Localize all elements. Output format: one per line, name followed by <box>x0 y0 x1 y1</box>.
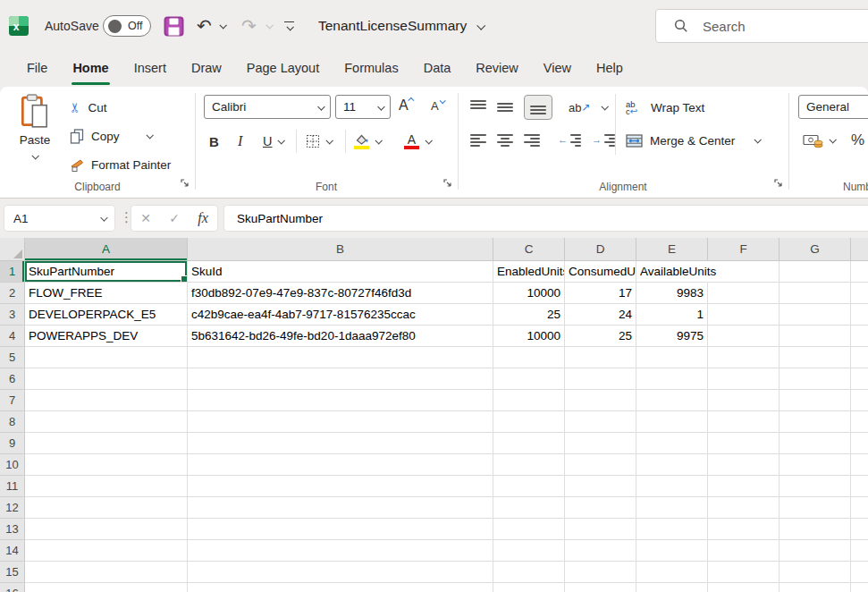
cell-B13[interactable] <box>188 519 493 540</box>
cell-F1[interactable] <box>708 261 780 283</box>
cell-H6[interactable] <box>851 368 868 390</box>
top-align-button[interactable] <box>470 100 486 114</box>
cell-H1[interactable] <box>851 261 868 283</box>
cell-H5[interactable] <box>851 347 868 368</box>
cell-D15[interactable] <box>565 562 636 583</box>
tab-help[interactable]: Help <box>584 52 636 87</box>
underline-chevron[interactable] <box>278 137 285 144</box>
cell-B11[interactable] <box>188 476 493 497</box>
cell-D13[interactable] <box>565 519 636 540</box>
cell-F7[interactable] <box>708 390 780 411</box>
cell-D12[interactable] <box>565 497 636 519</box>
cell-D4[interactable]: 25 <box>565 326 636 347</box>
middle-align-button[interactable] <box>497 100 513 114</box>
cell-H8[interactable] <box>851 411 868 433</box>
cell-E9[interactable] <box>636 433 708 454</box>
decrease-indent-button[interactable]: ← <box>558 133 581 148</box>
cell-H13[interactable] <box>851 519 868 540</box>
cell-D16[interactable] <box>565 583 636 592</box>
document-title-control[interactable]: TenantLicenseSummary <box>318 0 484 52</box>
cell-C14[interactable] <box>493 540 565 562</box>
cell-D9[interactable] <box>565 433 636 454</box>
cell-C10[interactable] <box>493 454 565 476</box>
borders-button[interactable] <box>306 130 332 153</box>
cell-H3[interactable] <box>851 304 868 326</box>
copy-button[interactable]: Copy <box>70 123 152 148</box>
cell-D6[interactable] <box>565 368 636 390</box>
cell-E12[interactable] <box>636 497 708 519</box>
cell-A16[interactable] <box>25 583 188 592</box>
cell-F9[interactable] <box>708 433 780 454</box>
cell-D3[interactable]: 24 <box>565 304 636 326</box>
cell-C2[interactable]: 10000 <box>493 283 565 304</box>
bottom-align-button-selected[interactable] <box>524 95 552 120</box>
paste-button[interactable]: Paste <box>7 92 63 185</box>
cell-G8[interactable] <box>780 411 851 433</box>
cell-B3[interactable]: c42b9cae-ea4f-4ab7-9717-81576235ccac <box>188 304 493 326</box>
cell-G6[interactable] <box>780 368 851 390</box>
column-header-E[interactable]: E <box>636 238 708 261</box>
cell-A7[interactable] <box>25 390 188 411</box>
cell-G15[interactable] <box>780 562 851 583</box>
row-header-15[interactable]: 15 <box>0 562 25 583</box>
cell-G16[interactable] <box>780 583 851 592</box>
row-header-4[interactable]: 4 <box>0 326 25 347</box>
cell-D2[interactable]: 17 <box>565 283 636 304</box>
cell-G11[interactable] <box>780 476 851 497</box>
merge-center-chevron[interactable] <box>754 136 762 143</box>
number-format-combo[interactable]: General <box>798 95 868 119</box>
fill-color-chevron[interactable] <box>375 137 382 144</box>
select-all-button[interactable] <box>0 238 25 261</box>
cell-A11[interactable] <box>25 476 188 497</box>
cell-E4[interactable]: 9975 <box>636 326 708 347</box>
column-header-A[interactable]: A <box>25 238 188 261</box>
orientation-chevron[interactable] <box>601 103 608 110</box>
font-color-chevron[interactable] <box>425 137 432 144</box>
cell-F8[interactable] <box>708 411 780 433</box>
save-button[interactable] <box>164 13 184 39</box>
tab-formulas[interactable]: Formulas <box>332 52 410 87</box>
cell-G3[interactable] <box>780 304 851 326</box>
cell-D5[interactable] <box>565 347 636 368</box>
cell-E3[interactable]: 1 <box>636 304 708 326</box>
row-header-13[interactable]: 13 <box>0 519 25 540</box>
cell-F10[interactable] <box>708 454 780 476</box>
cell-B6[interactable] <box>188 368 493 390</box>
cell-F14[interactable] <box>708 540 780 562</box>
cell-A2[interactable]: FLOW_FREE <box>25 283 188 304</box>
tab-home[interactable]: Home <box>60 52 121 87</box>
decrease-font-size-button[interactable]: A <box>431 97 444 113</box>
enter-icon[interactable]: ✓ <box>169 211 180 225</box>
cell-G9[interactable] <box>780 433 851 454</box>
tab-draw[interactable]: Draw <box>179 52 234 87</box>
cell-B4[interactable]: 5b631642-bd26-49fe-bd20-1daaa972ef80 <box>188 326 493 347</box>
cell-B10[interactable] <box>188 454 493 476</box>
orientation-button[interactable]: ab ↗ <box>569 101 591 114</box>
cell-A12[interactable] <box>25 497 188 519</box>
accounting-format-chevron[interactable] <box>829 136 836 143</box>
tab-view[interactable]: View <box>531 52 584 87</box>
cell-F15[interactable] <box>708 562 780 583</box>
font-size-combo[interactable]: 11 <box>335 95 391 119</box>
cell-B16[interactable] <box>188 583 493 592</box>
cell-B12[interactable] <box>188 497 493 519</box>
cell-G13[interactable] <box>780 519 851 540</box>
cell-F3[interactable] <box>708 304 780 326</box>
cell-B1[interactable]: SkuId <box>188 261 493 283</box>
merge-center-button[interactable]: Merge & Center <box>626 128 760 153</box>
align-left-button[interactable] <box>470 133 486 148</box>
cell-C15[interactable] <box>493 562 565 583</box>
italic-button[interactable]: I <box>238 130 242 153</box>
cell-C13[interactable] <box>493 519 565 540</box>
cell-H2[interactable] <box>851 283 868 304</box>
cell-G12[interactable] <box>780 497 851 519</box>
cell-F12[interactable] <box>708 497 780 519</box>
row-header-6[interactable]: 6 <box>0 368 25 390</box>
cell-A15[interactable] <box>25 562 188 583</box>
alignment-dialog-launcher[interactable] <box>773 175 783 191</box>
row-header-5[interactable]: 5 <box>0 347 25 368</box>
cell-E1[interactable]: AvailableUnits <box>636 261 708 283</box>
cell-G7[interactable] <box>780 390 851 411</box>
underline-button[interactable]: U <box>263 130 283 153</box>
cell-E14[interactable] <box>636 540 708 562</box>
